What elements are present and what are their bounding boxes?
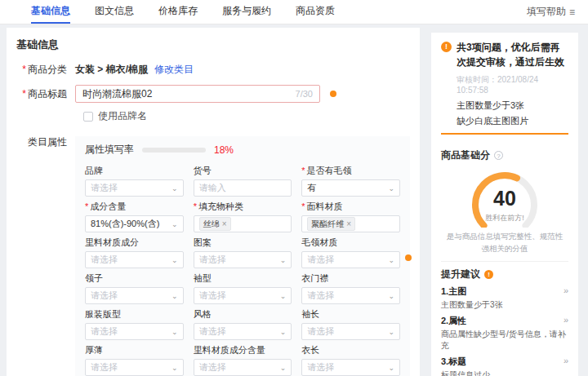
title-row: 商品标题 时尚潮流棉服02 7/30 [7, 85, 420, 103]
chevron-down-icon: ⌄ [172, 328, 178, 336]
chevron-down-icon: ⌄ [280, 256, 287, 264]
use-brand-checkbox[interactable] [83, 112, 93, 122]
suggestions-warning-icon: ! [484, 270, 493, 279]
attr-tag-field-5[interactable]: 聚酯纤维× [301, 215, 400, 232]
brand-checkbox-row: 使用品牌名 [83, 109, 420, 123]
chevron-down-icon: ⌄ [388, 184, 394, 192]
field-placeholder: 请选择 [307, 290, 334, 302]
attr-input-1[interactable]: 请输入 [194, 179, 292, 197]
attr-field-label: 成分含量 [85, 201, 184, 213]
attr-select-2[interactable]: 有⌄ [301, 179, 400, 197]
title-warning-dot-icon[interactable] [330, 91, 336, 97]
audit-panel: ! 共3项问题，优化后需再次提交审核，通过后生效 审核时间：2021/08/24… [431, 33, 578, 141]
attributes-panel: 属性填写率 18% 品牌请选择⌄货号请输入是否有毛领有⌄成分含量81%(含)-9… [75, 136, 410, 376]
suggestions-section: 提升建议 ! 1.主图» 主图数量少于3张 2.属性» 商品属性缺少型号/货号信… [441, 261, 568, 376]
chevron-down-icon: ⌄ [388, 328, 394, 336]
attr-field: 服装版型请选择⌄ [85, 308, 184, 339]
title-label: 商品标题 [7, 85, 75, 103]
help-menu-icon: ≡ [569, 7, 575, 18]
suggestion-arrow-icon[interactable]: » [564, 356, 568, 368]
page-content: 基础信息 商品分类 女装 > 棉衣/棉服 修改类目 商品标题 时尚潮流棉服02 … [0, 24, 588, 376]
attr-field: 品牌请选择⌄ [85, 165, 184, 196]
chevron-down-icon: ⌄ [172, 292, 178, 300]
attr-field-label: 面料材质 [301, 201, 400, 213]
chevron-down-icon: ⌄ [388, 364, 394, 372]
attr-field-label: 服装版型 [85, 308, 184, 321]
score-panel: 商品基础分 ? 40 胜利在前方! 是与商品信息填写完整性、规范性强相关的分值 … [431, 141, 578, 376]
attr-field: 货号请输入 [194, 165, 292, 196]
attr-select-13[interactable]: 请选择⌄ [194, 323, 292, 340]
score-title: 商品基础分 [441, 148, 490, 162]
selected-tag: 丝绵× [199, 217, 231, 231]
attr-select-16[interactable]: 请选择⌄ [194, 359, 292, 376]
score-help-icon[interactable]: ? [494, 151, 503, 160]
attr-field: 填充物种类丝绵× [194, 201, 292, 232]
attr-field: 领子请选择⌄ [85, 272, 184, 303]
suggestion-desc: 主图数量少于3张 [441, 299, 568, 311]
tab-image-text[interactable]: 图文信息 [95, 0, 134, 24]
attr-select-7[interactable]: 请选择⌄ [194, 251, 292, 268]
help-link[interactable]: 填写帮助 ≡ [527, 0, 575, 24]
suggestion-arrow-icon[interactable]: » [564, 285, 568, 298]
attr-select-3[interactable]: 81%(含)-90%(含)⌄ [85, 215, 184, 232]
tab-qualification[interactable]: 商品资质 [296, 0, 335, 24]
attr-select-14[interactable]: 请选择⌄ [301, 323, 400, 340]
attr-field-label: 衣长 [301, 344, 400, 356]
field-placeholder: 请选择 [307, 361, 334, 374]
attr-select-12[interactable]: 请选择⌄ [85, 323, 184, 340]
attribute-grid: 品牌请选择⌄货号请输入是否有毛领有⌄成分含量81%(含)-90%(含)⌄填充物种… [85, 165, 400, 376]
attr-field: 衣门襟请选择⌄ [301, 272, 400, 303]
score-caption: 胜利在前方! [456, 213, 554, 223]
change-category-link[interactable]: 修改类目 [154, 60, 194, 78]
field-placeholder: 请选择 [91, 361, 118, 374]
attr-field: 衣长请选择⌄ [301, 344, 400, 375]
sidebar: ! 共3项问题，优化后需再次提交审核，通过后生效 审核时间：2021/08/24… [431, 33, 578, 376]
attr-field: 袖型请选择⌄ [194, 272, 292, 303]
attr-field-label: 图案 [194, 237, 292, 249]
attr-field-label: 厚薄 [85, 344, 184, 356]
attr-field: 袖长请选择⌄ [301, 308, 400, 339]
field-placeholder: 请选择 [199, 325, 226, 338]
suggestion-arrow-icon[interactable]: » [564, 315, 568, 327]
product-title-input[interactable]: 时尚潮流棉服02 7/30 [75, 85, 320, 103]
attr-field-label: 填充物种类 [194, 201, 292, 213]
chevron-down-icon: ⌄ [280, 328, 287, 336]
remove-tag-icon[interactable]: × [222, 218, 227, 230]
attr-select-11[interactable]: 请选择⌄ [301, 287, 400, 304]
score-gauge: 40 胜利在前方! [456, 167, 554, 228]
category-row: 商品分类 女装 > 棉衣/棉服 修改类目 [7, 60, 420, 78]
attr-field: 是否有毛领有⌄ [301, 165, 400, 196]
attr-tag-field-4[interactable]: 丝绵× [194, 215, 292, 232]
top-tab-bar: 基础信息 图文信息 价格库存 服务与履约 商品资质 填写帮助 ≡ [0, 0, 588, 24]
attr-select-9[interactable]: 请选择⌄ [85, 287, 184, 304]
suggestions-title: 提升建议 [441, 268, 480, 281]
attr-field-label: 衣门襟 [301, 272, 400, 285]
attr-field: 毛领材质请选择⌄ [301, 237, 400, 268]
attr-field-label: 是否有毛领 [301, 165, 400, 177]
tab-service[interactable]: 服务与履约 [222, 0, 271, 24]
attr-select-8[interactable]: 请选择⌄ [301, 251, 400, 268]
field-placeholder: 请选择 [199, 254, 226, 266]
suggestion-item: 2.属性» 商品属性缺少型号/货号信息，请补充 [441, 315, 568, 352]
tab-price-stock[interactable]: 价格库存 [158, 0, 198, 24]
suggestion-name: 1.主图 [441, 285, 466, 298]
tab-basic-info[interactable]: 基础信息 [31, 0, 70, 24]
attr-field: 图案请选择⌄ [194, 237, 292, 268]
category-value: 女装 > 棉衣/棉服 [75, 60, 148, 78]
section-title: 基础信息 [7, 34, 420, 60]
attr-select-10[interactable]: 请选择⌄ [194, 287, 292, 304]
attributes-warning-dot-icon[interactable] [405, 254, 412, 261]
chevron-down-icon: ⌄ [388, 292, 394, 300]
attr-select-0[interactable]: 请选择⌄ [85, 179, 184, 197]
attr-select-17[interactable]: 请选择⌄ [301, 359, 400, 376]
attr-field-label: 货号 [194, 165, 292, 177]
attr-field: 面料材质聚酯纤维× [301, 201, 400, 232]
suggestion-item: 3.标题» 标题信息过少 [441, 356, 568, 376]
attr-field-label: 领子 [85, 272, 184, 285]
attr-select-15[interactable]: 请选择⌄ [85, 359, 184, 376]
field-placeholder: 请选择 [91, 182, 118, 194]
chevron-down-icon: ⌄ [280, 364, 287, 372]
attributes-label: 类目属性 [7, 136, 75, 148]
attr-select-6[interactable]: 请选择⌄ [85, 251, 184, 268]
remove-tag-icon[interactable]: × [346, 218, 351, 230]
